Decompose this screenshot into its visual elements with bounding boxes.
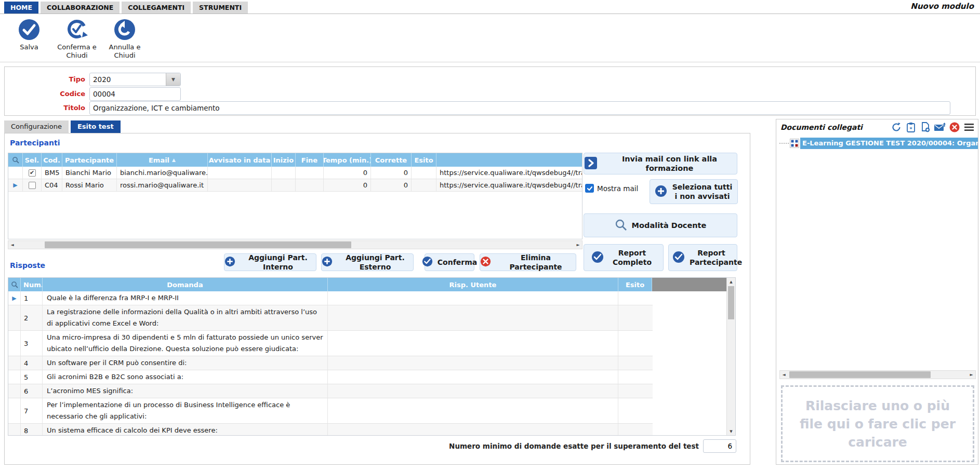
risposte-title: Risposte xyxy=(10,261,45,270)
tab-esito-test[interactable]: Esito test xyxy=(71,120,121,133)
risposte-vscrollbar[interactable]: ▲ ▼ xyxy=(726,278,735,435)
aggiungi-part-esterno-button[interactable]: Aggiungi Part. Esterno xyxy=(321,253,414,271)
save-button-label: Salva xyxy=(20,43,38,51)
scroll-right-icon[interactable]: ► xyxy=(574,241,582,249)
document-add-icon[interactable] xyxy=(920,122,931,133)
col-fine[interactable]: Fine xyxy=(296,153,324,167)
modalita-docente-button[interactable]: Modalità Docente xyxy=(584,213,737,237)
col-tempo[interactable]: Tempo (min.) xyxy=(324,153,371,167)
col-url[interactable] xyxy=(436,153,582,167)
mostra-mail-field: Mostra mail xyxy=(585,184,638,193)
svg-text:✶: ✶ xyxy=(909,126,913,131)
scroll-left-icon[interactable]: ◄ xyxy=(8,241,16,249)
tree-item-elearning[interactable]: E-Learning GESTIONE TEST 2020/00004: Org… xyxy=(776,137,978,150)
chevron-down-icon[interactable]: ▼ xyxy=(166,73,180,86)
seleziona-non-avvisati-button[interactable]: Seleziona tutti i non avvisati xyxy=(650,179,738,204)
question-row[interactable]: 7 Per l’implementazione di un processo d… xyxy=(8,398,653,424)
question-row[interactable]: 2 La registrazione delle informazioni de… xyxy=(8,305,653,331)
tipo-select[interactable]: 2020 ▼ xyxy=(89,73,181,86)
col-esito[interactable]: Esito xyxy=(618,278,652,291)
delete-icon[interactable] xyxy=(949,122,960,133)
col-email[interactable]: Email▲ xyxy=(117,153,208,167)
risp-utente-cell xyxy=(328,384,618,398)
cancel-close-button[interactable]: Annulla e Chiudi xyxy=(101,17,149,62)
question-row[interactable]: 6 L’acronimo MES significa: xyxy=(8,384,653,398)
col-sel[interactable]: Sel. xyxy=(23,153,42,167)
question-row[interactable]: 4 Un software per il CRM può consentire … xyxy=(8,356,653,370)
scroll-down-icon[interactable]: ▼ xyxy=(727,427,735,435)
question-row[interactable]: 3 Una micro-impresa di 30 dipendenti e 5… xyxy=(8,331,653,356)
menu-bar: HOME COLLABORAZIONE COLLEGAMENTI STRUMEN… xyxy=(0,0,980,14)
col-cod[interactable]: Cod. xyxy=(42,153,62,167)
esito-cell xyxy=(618,331,652,356)
report-completo-button[interactable]: Report Completo xyxy=(584,244,664,271)
conferma-button[interactable]: Conferma xyxy=(425,253,474,271)
scroll-up-icon[interactable]: ▲ xyxy=(727,278,735,286)
col-domanda[interactable]: Domanda xyxy=(43,278,328,291)
mostra-mail-checkbox[interactable] xyxy=(585,184,594,193)
report-completo-label: Report Completo xyxy=(608,248,656,267)
tempo-cell: 0 xyxy=(324,179,371,191)
menu-tab-strumenti[interactable]: STRUMENTI xyxy=(193,2,248,14)
clipboard-icon[interactable]: ✶ xyxy=(905,122,917,133)
refresh-icon[interactable] xyxy=(891,122,902,133)
scrollbar-thumb[interactable] xyxy=(728,286,734,319)
menu-icon[interactable] xyxy=(963,122,975,133)
question-row[interactable]: 8 Un sistema efficace di calcolo dei KPI… xyxy=(8,424,653,436)
domanda-cell: Quale è la differenza fra MRP-I e MRP-II xyxy=(43,291,328,305)
domanda-cell: Una micro-impresa di 30 dipendenti e 5 m… xyxy=(43,331,328,356)
menu-tab-collegamenti[interactable]: COLLEGAMENTI xyxy=(122,2,191,14)
file-dropzone[interactable]: Rilasciare uno o più file qui o fare cli… xyxy=(781,385,974,462)
col-inizio[interactable]: Inizio xyxy=(272,153,296,167)
invia-mail-button[interactable]: Invia mail con link alla formazione xyxy=(584,153,737,174)
grid-search-icon[interactable] xyxy=(8,153,23,167)
sel-cell: ✔ xyxy=(23,167,42,179)
scroll-right-icon[interactable]: ► xyxy=(968,371,975,379)
cod-cell: C04 xyxy=(42,179,62,191)
aggiungi-part-interno-button[interactable]: Aggiungi Part. Interno xyxy=(224,253,316,271)
col-esito[interactable]: Esito xyxy=(412,153,436,167)
menu-tab-home[interactable]: HOME xyxy=(4,2,38,14)
seleziona-non-avvisati-label: Seleziona tutti i non avvisati xyxy=(672,182,733,201)
header-filler xyxy=(652,278,726,291)
window-title: Nuovo modulo xyxy=(910,2,974,11)
codice-input[interactable] xyxy=(89,87,181,101)
row-marker-cell xyxy=(8,424,21,436)
save-button[interactable]: Salva xyxy=(5,17,53,62)
partecipanti-hscrollbar[interactable]: ◄ ► xyxy=(8,240,582,249)
tab-configurazione[interactable]: Configurazione xyxy=(4,120,69,133)
grid-search-icon[interactable] xyxy=(8,278,21,291)
mail-send-icon[interactable] xyxy=(934,122,946,133)
col-corrette[interactable]: Corrette xyxy=(371,153,412,167)
risp-utente-cell xyxy=(328,331,618,356)
scrollbar-thumb[interactable] xyxy=(789,371,931,378)
scroll-left-icon[interactable]: ◄ xyxy=(780,371,788,379)
documenti-hscrollbar[interactable]: ◄ ► xyxy=(779,370,976,379)
min-domande-input[interactable] xyxy=(703,439,736,453)
domanda-cell: Gli acronimi B2B e B2C sono associati a: xyxy=(43,370,328,384)
col-num[interactable]: Num. xyxy=(21,278,43,291)
col-avvisato[interactable]: Avvisato in data xyxy=(208,153,272,167)
menu-tab-collaborazione[interactable]: COLLABORAZIONE xyxy=(41,2,120,14)
row-checkbox-unchecked[interactable] xyxy=(29,182,36,189)
header-form: Tipo 2020 ▼ Codice Titolo xyxy=(4,66,976,116)
risp-utente-cell xyxy=(328,291,618,305)
num-cell: 4 xyxy=(21,356,43,370)
table-row[interactable]: ✔ BM5 Bianchi Mario bianchi.mario@qualiw… xyxy=(8,167,582,179)
report-partecipante-button[interactable]: Report Partecipante xyxy=(668,244,737,271)
question-row[interactable]: 5 Gli acronimi B2B e B2C sono associati … xyxy=(8,370,653,384)
row-checkbox-checked[interactable]: ✔ xyxy=(29,169,36,177)
domanda-cell: Un software per il CRM può consentire di… xyxy=(43,356,328,370)
scrollbar-thumb[interactable] xyxy=(45,241,351,248)
min-domande-field: Numero minimo di domande esatte per il s… xyxy=(449,439,736,453)
table-row[interactable]: ▶ C04 Rossi Mario rossi.mario@qualiware.… xyxy=(8,179,582,192)
question-row[interactable]: ▶ 1 Quale è la differenza fra MRP-I e MR… xyxy=(8,291,653,305)
confirm-close-button[interactable]: Conferma e Chiudi xyxy=(53,17,101,62)
email-cell: bianchi.mario@qualiware.it xyxy=(117,167,208,179)
titolo-input[interactable] xyxy=(89,101,950,115)
col-partecipante[interactable]: Partecipante xyxy=(62,153,117,167)
col-risp-utente[interactable]: Risp. Utente xyxy=(328,278,618,291)
document-type-icon xyxy=(790,139,799,148)
cancel-close-label: Annulla e Chiudi xyxy=(101,43,149,60)
elimina-partecipante-button[interactable]: Elimina Partecipante xyxy=(480,253,576,271)
